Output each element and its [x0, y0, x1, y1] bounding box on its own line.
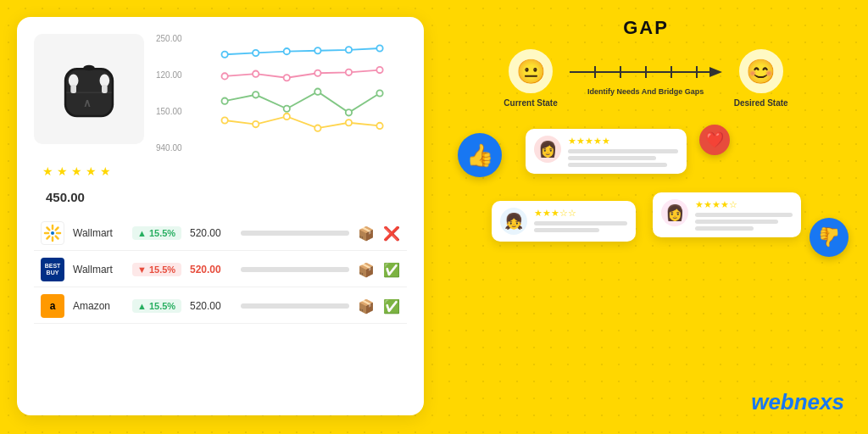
- table-row: a Amazon ▲ 15.5% 520.00 📦 ✅: [34, 289, 407, 324]
- svg-point-33: [51, 231, 54, 235]
- svg-point-24: [314, 89, 320, 95]
- svg-point-18: [314, 70, 320, 76]
- bestbuy-logo: BEST BUY: [41, 258, 64, 281]
- svg-point-28: [253, 121, 259, 127]
- svg-line-41: [47, 236, 50, 239]
- review-card-1: 👩 ★★★★★: [526, 129, 687, 174]
- airpods-image: ∧: [47, 51, 131, 127]
- main-container: ∧ 250.00 120.00 150.00 940.00: [0, 0, 868, 434]
- review-content-1: ★★★★★: [568, 136, 678, 167]
- current-state: 😐 Current State: [504, 47, 557, 108]
- chart-svg: [156, 34, 407, 153]
- store-price-1: 520.00: [190, 227, 232, 239]
- table-row: BEST BUY Wallmart ▼ 15.5% 520.00 📦 ✅: [34, 253, 407, 287]
- gap-bridge-label: Identify Needs And Bridge Gaps: [587, 87, 704, 96]
- svg-point-31: [346, 120, 352, 125]
- box-icon-1: 📦: [358, 225, 375, 242]
- svg-point-9: [221, 52, 227, 58]
- gap-diagram: 😐 Current State: [504, 47, 787, 108]
- thumbs-up-icon: 👍: [458, 133, 502, 177]
- review-lines-2: [534, 221, 627, 232]
- svg-point-11: [284, 48, 290, 54]
- svg-rect-7: [102, 85, 108, 93]
- review-avatar-1: 👩: [534, 136, 561, 163]
- heart-icon: ❤️: [699, 125, 730, 155]
- svg-point-27: [221, 117, 227, 123]
- table-row: Wallmart ▲ 15.5% 520.00 📦 ❌: [34, 216, 407, 251]
- svg-point-14: [376, 45, 382, 51]
- review-avatar-2: 👧: [500, 208, 527, 235]
- svg-point-20: [376, 67, 382, 73]
- store-price-2: 520.00: [190, 264, 232, 275]
- svg-text:∧: ∧: [83, 97, 92, 109]
- store-name-3: Amazon: [73, 300, 124, 312]
- thumbs-down-float: 👎: [810, 218, 849, 257]
- star-2: ★: [57, 164, 68, 178]
- svg-point-29: [284, 114, 290, 120]
- review-lines-1: [568, 149, 678, 167]
- svg-point-25: [346, 109, 352, 115]
- right-side: GAP 😐 Current State: [441, 17, 851, 417]
- svg-point-17: [284, 75, 290, 81]
- reviews-section: 👍 👩 ★★★★★ ❤️: [449, 125, 843, 294]
- chart-label-3: 150.00: [156, 107, 182, 116]
- svg-line-39: [56, 236, 58, 239]
- box-icon-3: 📦: [358, 298, 375, 314]
- card-top: ∧ 250.00 120.00 150.00 940.00: [34, 34, 407, 153]
- review-content-3: ★★★★☆: [695, 199, 793, 231]
- svg-rect-5: [70, 85, 76, 93]
- svg-point-12: [314, 47, 320, 53]
- svg-line-38: [47, 228, 50, 231]
- review-stars-1: ★★★★★: [568, 136, 678, 147]
- review-card-2: 👧 ★★★☆☆: [492, 201, 636, 242]
- svg-marker-43: [709, 67, 722, 77]
- box-icon-2: 📦: [358, 262, 375, 278]
- star-1: ★: [42, 164, 53, 178]
- heart-float: ❤️: [699, 125, 730, 155]
- product-card: ∧ 250.00 120.00 150.00 940.00: [17, 17, 424, 415]
- review-card: 👩 ★★★★☆: [653, 192, 801, 237]
- chart-area: 250.00 120.00 150.00 940.00: [156, 34, 407, 153]
- svg-point-2: [83, 65, 94, 71]
- svg-point-30: [314, 125, 320, 131]
- gap-arrow: Identify Needs And Bridge Gaps: [570, 59, 722, 96]
- store-table: Wallmart ▲ 15.5% 520.00 📦 ❌ BEST BUY Wal…: [34, 216, 407, 324]
- star-4: ★: [86, 164, 97, 178]
- product-price: 450.00: [34, 190, 407, 204]
- thumbs-up-float: 👍: [458, 133, 502, 177]
- svg-point-13: [346, 47, 352, 53]
- svg-point-10: [253, 50, 259, 56]
- status-success-3: ✅: [383, 298, 400, 314]
- chart-label-2: 120.00: [156, 70, 182, 80]
- store-bar-2: [241, 267, 349, 272]
- current-state-label: Current State: [504, 98, 557, 108]
- store-price-3: 520.00: [190, 300, 232, 312]
- desired-state-label: Desired State: [734, 98, 788, 108]
- current-state-face: 😐: [507, 47, 554, 95]
- review-card-3: 👩 ★★★★☆: [653, 192, 801, 237]
- star-3: ★: [71, 164, 82, 178]
- store-name-2: Wallmart: [73, 264, 124, 275]
- gap-section: GAP 😐 Current State: [449, 17, 843, 108]
- review-stars-3: ★★★★☆: [695, 199, 793, 210]
- star-5: ★: [100, 164, 111, 178]
- gap-arrow-svg: [570, 59, 722, 85]
- store-name-1: Wallmart: [73, 227, 124, 239]
- svg-point-16: [253, 70, 259, 76]
- badge-2: ▼ 15.5%: [132, 263, 181, 276]
- store-bar-3: [241, 303, 349, 309]
- chart-label-4: 940.00: [156, 143, 182, 153]
- review-content-2: ★★★☆☆: [534, 208, 627, 232]
- walmart-logo: [41, 221, 64, 245]
- amazon-logo: a: [41, 294, 64, 318]
- svg-point-21: [221, 97, 227, 103]
- svg-point-19: [346, 70, 352, 75]
- rating-row: ★ ★ ★ ★ ★: [34, 161, 407, 181]
- chart-labels: 250.00 120.00 150.00 940.00: [156, 34, 182, 153]
- svg-point-32: [376, 123, 382, 129]
- review-lines-3: [695, 213, 793, 231]
- review-card: 👩 ★★★★★: [526, 129, 687, 174]
- badge-3: ▲ 15.5%: [132, 299, 181, 313]
- review-avatar-3: 👩: [661, 199, 688, 226]
- svg-line-40: [56, 228, 58, 231]
